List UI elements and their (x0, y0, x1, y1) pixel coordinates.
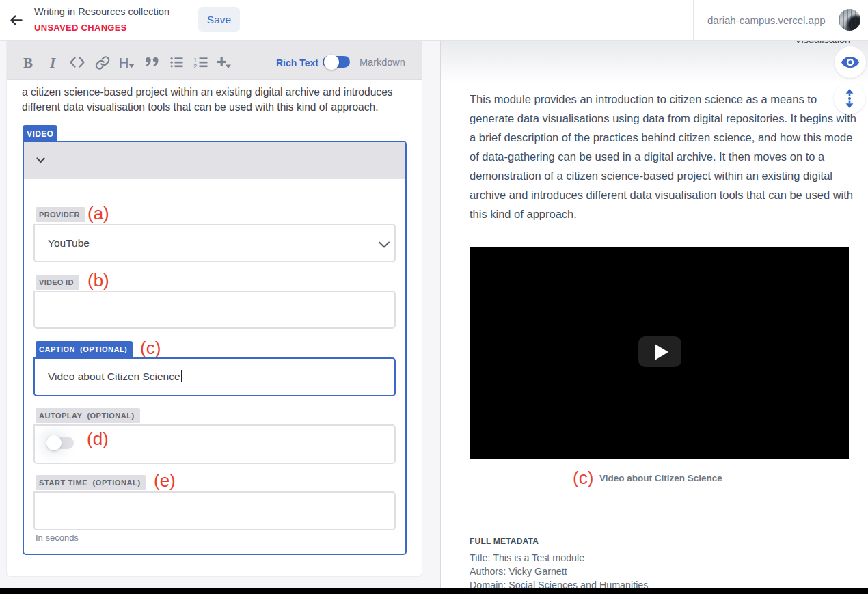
svg-text:2: 2 (193, 62, 197, 69)
